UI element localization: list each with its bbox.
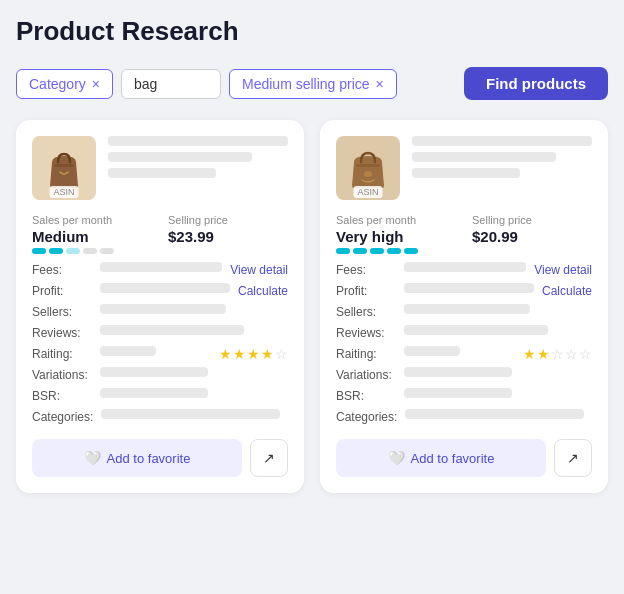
variations-row-1: Variations: [32, 367, 288, 383]
reviews-label-2: Reviews: [336, 326, 396, 340]
svg-rect-1 [54, 164, 74, 167]
sales-dots-2 [336, 248, 456, 254]
star-1-4: ★ [261, 346, 274, 362]
find-products-button[interactable]: Find products [464, 67, 608, 100]
add-to-favorite-button-1[interactable]: 🤍 Add to favorite [32, 439, 242, 477]
profit-row-2: Profit: Calculate [336, 283, 592, 299]
dot-5 [100, 248, 114, 254]
search-input[interactable] [121, 69, 221, 99]
categories-skel-2 [405, 409, 584, 419]
rating-row-2: Raiting: ★ ★ ☆ ☆ ☆ [336, 346, 592, 362]
reviews-skel-2 [404, 325, 548, 335]
filters-bar: Category × Medium selling price × Find p… [16, 67, 608, 100]
sellers-row-2: Sellers: [336, 304, 592, 320]
categories-skel-1 [101, 409, 280, 419]
star-2-2: ★ [537, 346, 550, 362]
dot-2-5 [404, 248, 418, 254]
skeleton-title-1c [108, 168, 216, 178]
profit-row-1: Profit: Calculate [32, 283, 288, 299]
fees-action-1[interactable]: View detail [230, 263, 288, 277]
star-2-3: ☆ [551, 346, 564, 362]
rating-label-2: Raiting: [336, 347, 396, 361]
fees-skel-1 [100, 262, 222, 272]
card-info-1 [108, 136, 288, 184]
price-label-1: Selling price [168, 214, 288, 226]
price-label-2: Selling price [472, 214, 592, 226]
dot-3 [66, 248, 80, 254]
add-to-favorite-button-2[interactable]: 🤍 Add to favorite [336, 439, 546, 477]
categories-row-2: Categories: [336, 409, 592, 425]
asin-badge-2: ASIN [353, 186, 382, 198]
star-1-5: ☆ [275, 346, 288, 362]
bsr-skel-2 [404, 388, 512, 398]
reviews-label-1: Reviews: [32, 326, 92, 340]
categories-row-1: Categories: [32, 409, 288, 425]
card-info-2 [412, 136, 592, 184]
profit-skel-1 [100, 283, 230, 293]
metrics-row-2: Sales per month Very high Selling price … [336, 214, 592, 254]
category-filter-chip[interactable]: Category × [16, 69, 113, 99]
profit-action-2[interactable]: Calculate [542, 284, 592, 298]
sellers-skel-1 [100, 304, 226, 314]
card-top-1: ASIN [32, 136, 288, 200]
external-link-button-2[interactable]: ↗ [554, 439, 592, 477]
price-value-1: $23.99 [168, 228, 288, 245]
price-metric-1: Selling price $23.99 [168, 214, 288, 254]
dot-2 [49, 248, 63, 254]
card-actions-2: 🤍 Add to favorite ↗ [336, 439, 592, 477]
profit-action-1[interactable]: Calculate [238, 284, 288, 298]
detail-rows-2: Fees: View detail Profit: Calculate Sell… [336, 262, 592, 425]
skeleton-title-1a [108, 136, 288, 146]
star-1-1: ★ [219, 346, 232, 362]
fees-action-2[interactable]: View detail [534, 263, 592, 277]
profit-label-2: Profit: [336, 284, 396, 298]
dot-2-1 [336, 248, 350, 254]
page-title: Product Research [16, 16, 608, 47]
fees-row-2: Fees: View detail [336, 262, 592, 278]
stars-1: ★ ★ ★ ★ ☆ [219, 346, 288, 362]
variations-label-1: Variations: [32, 368, 92, 382]
price-chip-close[interactable]: × [376, 77, 384, 91]
metrics-row-1: Sales per month Medium Selling price $23… [32, 214, 288, 254]
categories-label-2: Categories: [336, 410, 397, 424]
rating-skel-1 [100, 346, 156, 356]
category-chip-close[interactable]: × [92, 77, 100, 91]
sellers-label-1: Sellers: [32, 305, 92, 319]
star-1-2: ★ [233, 346, 246, 362]
sales-metric-2: Sales per month Very high [336, 214, 456, 254]
rating-skel-2 [404, 346, 460, 356]
external-link-button-1[interactable]: ↗ [250, 439, 288, 477]
profit-skel-2 [404, 283, 534, 293]
star-2-1: ★ [523, 346, 536, 362]
variations-label-2: Variations: [336, 368, 396, 382]
fav-btn-label-2: Add to favorite [411, 451, 495, 466]
sellers-label-2: Sellers: [336, 305, 396, 319]
price-metric-2: Selling price $20.99 [472, 214, 592, 254]
svg-point-4 [364, 171, 372, 177]
product-image-wrap-2: ASIN [336, 136, 400, 200]
star-2-4: ☆ [565, 346, 578, 362]
sales-value-1: Medium [32, 228, 152, 245]
card-actions-1: 🤍 Add to favorite ↗ [32, 439, 288, 477]
skeleton-title-2a [412, 136, 592, 146]
product-image-wrap-1: ASIN [32, 136, 96, 200]
sellers-row-1: Sellers: [32, 304, 288, 320]
variations-skel-1 [100, 367, 208, 377]
dot-2-3 [370, 248, 384, 254]
sales-label-2: Sales per month [336, 214, 456, 226]
sellers-skel-2 [404, 304, 530, 314]
reviews-row-2: Reviews: [336, 325, 592, 341]
sales-metric-1: Sales per month Medium [32, 214, 152, 254]
skeleton-title-2c [412, 168, 520, 178]
dot-2-4 [387, 248, 401, 254]
profit-label-1: Profit: [32, 284, 92, 298]
dot-2-2 [353, 248, 367, 254]
price-filter-chip[interactable]: Medium selling price × [229, 69, 397, 99]
heart-icon-1: 🤍 [84, 450, 101, 466]
bsr-skel-1 [100, 388, 208, 398]
heart-icon-2: 🤍 [388, 450, 405, 466]
svg-rect-3 [356, 164, 380, 167]
skeleton-title-2b [412, 152, 556, 162]
price-chip-label: Medium selling price [242, 76, 370, 92]
dot-1 [32, 248, 46, 254]
